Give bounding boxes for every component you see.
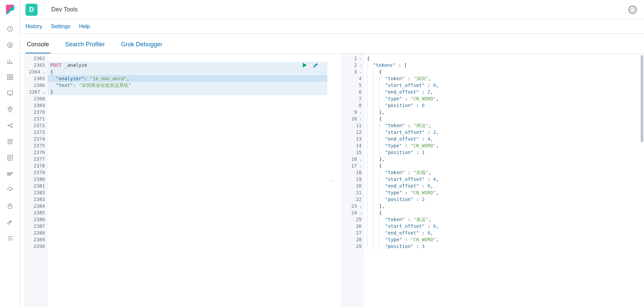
request-actions bbox=[301, 62, 319, 68]
drag-handle-icon: ⋮ bbox=[329, 178, 335, 183]
svg-point-7 bbox=[9, 108, 10, 109]
wrench-icon[interactable] bbox=[313, 62, 319, 68]
news-feed-icon[interactable] bbox=[629, 6, 637, 14]
help-link[interactable]: Help bbox=[79, 23, 90, 30]
collapse-icon[interactable] bbox=[6, 234, 14, 242]
recently-viewed-icon[interactable] bbox=[6, 25, 14, 33]
main-content: D Dev Tools History Settings Help Consol… bbox=[20, 0, 644, 307]
scrollbar[interactable] bbox=[641, 55, 643, 142]
svg-point-9 bbox=[11, 123, 12, 124]
dev-tools-icon[interactable] bbox=[6, 218, 14, 226]
kibana-logo-icon[interactable] bbox=[5, 4, 15, 15]
history-link[interactable]: History bbox=[25, 23, 42, 30]
response-gutter: 1 ▾2 ▾3 ▾456789 ▴10 ▾111213141516 ▴17 ▾1… bbox=[341, 54, 364, 307]
dashboard-icon[interactable] bbox=[6, 73, 14, 81]
divider bbox=[44, 4, 45, 16]
play-icon[interactable] bbox=[301, 62, 308, 68]
canvas-icon[interactable] bbox=[6, 89, 14, 97]
svg-rect-14 bbox=[8, 205, 12, 208]
svg-rect-6 bbox=[7, 91, 12, 94]
apm-icon[interactable] bbox=[6, 170, 14, 178]
settings-link[interactable]: Settings bbox=[51, 23, 70, 30]
response-viewer[interactable]: 1 ▾2 ▾3 ▾456789 ▴10 ▾111213141516 ▴17 ▾1… bbox=[341, 54, 644, 307]
response-code: {"tokens" : [{"token" : "深圳","start_offs… bbox=[364, 54, 644, 251]
tab-console[interactable]: Console bbox=[25, 36, 50, 53]
infrastructure-icon[interactable] bbox=[6, 138, 14, 146]
svg-rect-12 bbox=[7, 173, 12, 174]
maps-icon[interactable] bbox=[6, 105, 14, 113]
siem-icon[interactable] bbox=[6, 202, 14, 210]
tab-grok-debugger[interactable]: Grok Debugger bbox=[120, 36, 164, 53]
topbar: D Dev Tools bbox=[20, 0, 644, 19]
svg-point-8 bbox=[8, 125, 9, 126]
svg-rect-3 bbox=[10, 75, 12, 77]
app-title: Dev Tools bbox=[51, 6, 78, 13]
svg-point-10 bbox=[11, 126, 12, 127]
tab-search-profiler[interactable]: Search Profiler bbox=[64, 36, 106, 53]
logs-icon[interactable] bbox=[6, 154, 14, 162]
topbar-right bbox=[629, 6, 639, 14]
discover-icon[interactable] bbox=[6, 41, 14, 49]
request-editor[interactable]: 236223632364 ▾236523662367 ▴236823692370… bbox=[24, 54, 327, 307]
nav-sidebar bbox=[0, 0, 20, 307]
tabbar: Console Search Profiler Grok Debugger bbox=[20, 34, 644, 54]
ml-icon[interactable] bbox=[6, 121, 14, 130]
request-gutter: 236223632364 ▾236523662367 ▴236823692370… bbox=[24, 54, 48, 307]
request-code[interactable]: POST _analyze{ "analyzer": "ik_max_word"… bbox=[48, 54, 327, 251]
uptime-icon[interactable] bbox=[6, 186, 14, 194]
app-badge: D bbox=[25, 4, 38, 16]
svg-rect-13 bbox=[7, 174, 10, 175]
svg-rect-4 bbox=[7, 78, 9, 80]
toolbar-links: History Settings Help bbox=[20, 19, 644, 34]
editor-panes: 236223632364 ▾236523662367 ▴236823692370… bbox=[20, 54, 644, 307]
svg-rect-5 bbox=[10, 78, 12, 80]
pane-splitter[interactable]: ⋮ bbox=[327, 54, 337, 307]
svg-rect-2 bbox=[7, 75, 9, 77]
visualize-icon[interactable] bbox=[6, 57, 14, 65]
svg-point-1 bbox=[7, 43, 12, 48]
